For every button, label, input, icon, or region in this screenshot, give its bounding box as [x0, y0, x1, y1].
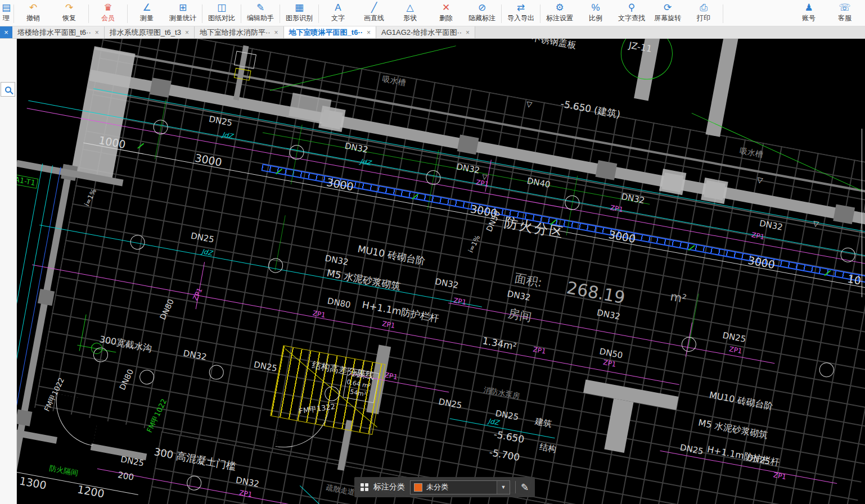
toolbar-item-delete[interactable]: ✕删除: [428, 2, 464, 26]
tab-close-icon[interactable]: ×: [185, 29, 189, 37]
toolbar-separator: [540, 4, 540, 23]
category-color-swatch: [414, 483, 422, 492]
tab-label: 排水系统原理图_t6_t3: [110, 28, 181, 38]
toolbar: ▤理↶撤销↷恢复♛会员∠测量⊞测量统计◫图纸对比✎编辑助手▦图形识别A文字╱画直…: [0, 0, 865, 26]
screen-rotate-icon: ⟳: [664, 2, 672, 13]
toolbar-item-member[interactable]: ♛会员: [90, 2, 126, 26]
toolbar-item-manage[interactable]: ▤理: [0, 2, 12, 26]
search-button[interactable]: [1, 82, 15, 97]
toolbar-separator: [723, 4, 723, 23]
shape-icon: △: [406, 2, 413, 13]
cad-wall: [150, 78, 172, 98]
toolbar-separator: [501, 4, 502, 23]
drawing-compare-icon: ◫: [217, 2, 226, 13]
left-toolbar-strip: [0, 39, 17, 504]
cad-text: m²: [669, 290, 688, 306]
tab-close-icon[interactable]: ×: [95, 29, 99, 37]
cad-text: 1200: [76, 483, 105, 500]
cad-wall: [833, 204, 855, 224]
toolbar-item-label: 图形识别: [286, 13, 313, 22]
toolbar-item-print[interactable]: ⎙打印: [686, 2, 722, 26]
toolbar-item-label: 图纸对比: [208, 13, 235, 22]
canvas[interactable]: 不锈钢盖板JZ-11吸水槽-5.650 (建筑)吸水槽▽▽▽▽DN25DN32D…: [17, 39, 865, 504]
toolbar-item-label: 文字查找: [618, 13, 645, 22]
annotation-settings-icon: ⚙: [555, 2, 564, 13]
member-icon: ♛: [103, 2, 112, 13]
toolbar-item-undo[interactable]: ↶撤销: [15, 2, 51, 26]
tab-label: 塔楼给排水平面图_t6··: [17, 28, 91, 38]
annotation-category-label: 标注分类: [373, 482, 405, 492]
toolbar-item-label: 打印: [697, 13, 710, 22]
close-pane-button[interactable]: ×: [0, 26, 12, 38]
customer-service-icon: ☏: [839, 2, 850, 13]
toolbar-item-draw-line[interactable]: ╱画直线: [356, 2, 392, 26]
tab-2[interactable]: 排水系统原理图_t6_t3×: [105, 26, 195, 38]
toolbar-item-account[interactable]: ♟账号: [791, 2, 827, 26]
scale-icon: %: [591, 2, 600, 13]
toolbar-item-label: 形状: [403, 13, 417, 22]
toolbar-item-label: 测量统计: [169, 13, 196, 22]
tab-close-icon[interactable]: ×: [274, 29, 278, 37]
toolbar-item-drawing-compare[interactable]: ◫图纸对比: [204, 2, 240, 26]
toolbar-item-label: 屏幕旋转: [654, 13, 681, 22]
toolbar-item-text[interactable]: A文字: [320, 2, 356, 26]
tab-label: AG1AG2-给排水平面图··: [381, 28, 462, 38]
toolbar-item-screen-rotate[interactable]: ⟳屏幕旋转: [650, 2, 686, 26]
toolbar-item-hide-annotation[interactable]: ⊘隐藏标注: [464, 2, 500, 26]
annotation-category-bar: 标注分类 未分类 ▼ ✎: [354, 477, 535, 497]
toolbar-item-annotation-settings[interactable]: ⚙标注设置: [542, 2, 578, 26]
cad-wall: [17, 409, 32, 426]
toolbar-item-label: 编辑助手: [247, 13, 274, 22]
cad-wall: [38, 289, 55, 306]
toolbar-item-measure[interactable]: ∠测量: [129, 2, 165, 26]
toolbar-item-label: 客服: [838, 13, 852, 22]
tab-close-icon[interactable]: ×: [367, 29, 371, 37]
toolbar-item-measure-stats[interactable]: ⊞测量统计: [165, 2, 201, 26]
cad-text: A1-T1: [17, 174, 38, 189]
toolbar-item-label: 理: [3, 13, 10, 22]
tab-1[interactable]: 塔楼给排水平面图_t6··×: [12, 26, 105, 38]
tab-label: 地下室喷淋平面图_t6··: [289, 28, 363, 38]
cad-wall: [457, 134, 479, 155]
toolbar-separator: [13, 4, 14, 23]
toolbar-item-label: 比例: [589, 13, 602, 22]
toolbar-item-shape[interactable]: △形状: [392, 2, 428, 26]
toolbar-item-label: 隐藏标注: [468, 13, 495, 22]
toolbar-item-label: 导入导出: [507, 13, 534, 22]
hide-annotation-icon: ⊘: [478, 2, 486, 13]
tabbar: × 塔楼给排水平面图_t6··×排水系统原理图_t6_t3×地下室给排水消防平·…: [0, 26, 865, 39]
import-export-icon: ⇄: [517, 2, 525, 13]
toolbar-item-label: 画直线: [364, 13, 384, 22]
account-icon: ♟: [804, 2, 813, 13]
dropdown-caret-icon[interactable]: ▼: [497, 481, 510, 494]
toolbar-separator: [127, 4, 128, 23]
measure-icon: ∠: [142, 2, 151, 13]
tab-close-icon[interactable]: ×: [466, 29, 470, 37]
toolbar-separator: [241, 4, 241, 23]
toolbar-item-text-find[interactable]: ⚲文字查找: [614, 2, 650, 26]
edit-annotation-icon[interactable]: ✎: [521, 482, 529, 493]
toolbar-item-customer-service[interactable]: ☏客服: [827, 2, 863, 26]
toolbar-separator: [318, 4, 319, 23]
main-region: 不锈钢盖板JZ-11吸水槽-5.650 (建筑)吸水槽▽▽▽▽DN25DN32D…: [0, 39, 865, 504]
tab-4[interactable]: 地下室喷淋平面图_t6··×: [284, 26, 376, 38]
graphic-recognition-icon: ▦: [295, 2, 304, 13]
cad-wall: [701, 178, 728, 204]
toolbar-item-scale[interactable]: %比例: [578, 2, 614, 26]
toolbar-item-import-export[interactable]: ⇄导入导出: [503, 2, 539, 26]
delete-icon: ✕: [442, 2, 450, 13]
tab-5[interactable]: AG1AG2-给排水平面图··×: [376, 26, 475, 38]
tab-3[interactable]: 地下室给排水消防平··×: [195, 26, 284, 38]
edit-assistant-icon: ✎: [256, 2, 264, 13]
category-grid-icon[interactable]: [361, 483, 368, 491]
toolbar-item-edit-assistant[interactable]: ✎编辑助手: [242, 2, 278, 26]
toolbar-item-label: 文字: [331, 13, 345, 22]
toolbar-item-label: 测量: [140, 13, 154, 22]
toolbar-separator: [202, 4, 202, 23]
toolbar-item-graphic-recognition[interactable]: ▦图形识别: [281, 2, 317, 26]
category-dropdown[interactable]: 未分类 ▼: [410, 480, 510, 494]
cad-wall: [659, 169, 687, 195]
app-window: ▤理↶撤销↷恢复♛会员∠测量⊞测量统计◫图纸对比✎编辑助手▦图形识别A文字╱画直…: [0, 0, 865, 504]
undo-icon: ↶: [29, 2, 37, 13]
toolbar-item-redo[interactable]: ↷恢复: [51, 2, 87, 26]
